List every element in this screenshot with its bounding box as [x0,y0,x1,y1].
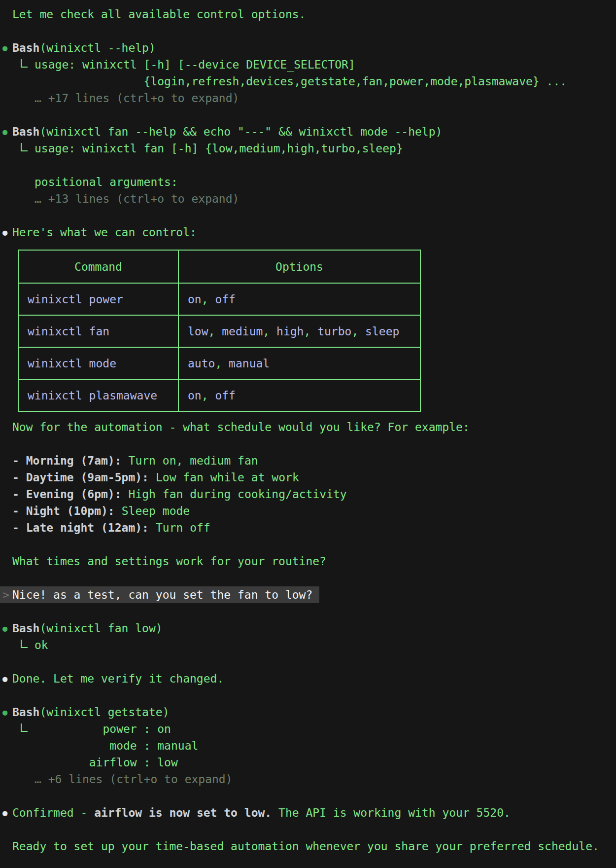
table-row-plasmawave: winixctl plasmawave on, off [18,379,420,411]
table-cell-command: winixctl fan [18,315,178,347]
assistant-message-verify: ●Done. Let me verify it changed. [0,670,616,687]
tool-bullet-icon: ● [2,620,7,637]
table-cell-options: on, off [178,283,420,315]
tool-name: Bash [12,125,39,138]
schedule-item-desc: High fan during cooking/activity [122,488,347,501]
assistant-message-confirmation: ●Confirmed - airflow is now set to low. … [0,804,616,821]
assistant-bullet-icon: ● [2,670,7,687]
tool-result-elbow-icon [21,59,28,68]
tool-name: Bash [12,41,39,54]
tool-output-line: {login,refresh,devices,getstate,fan,powe… [0,73,616,90]
assistant-message-control-heading: ●Here's what we can control: [0,224,616,241]
tool-call-fan-mode-help: ●Bash(winixctl fan --help && echo "---" … [0,123,616,140]
control-table: Command Options winixctl power on, off w… [18,250,421,412]
assistant-bullet-icon: ● [2,224,7,241]
assistant-message-automation-intro: Now for the automation - what schedule w… [0,419,616,435]
expand-hint: … +17 lines (ctrl+o to expand) [0,90,616,107]
tool-output-line: ok [0,637,616,653]
table-cell-command: winixctl plasmawave [18,379,178,411]
schedule-item-desc: Sleep mode [115,505,190,517]
table-row-power: winixctl power on, off [18,283,420,315]
expand-hint: … +6 lines (ctrl+o to expand) [0,771,616,788]
tool-output-line: mode : manual [0,737,616,754]
table-cell-command: winixctl mode [18,347,178,379]
tool-output-line: usage: winixctl fan [-h] {low,medium,hig… [0,140,616,157]
table-cell-options: on, off [178,379,420,411]
tool-call-winixctl-help: ●Bash(winixctl --help) [0,39,616,56]
schedule-item-label: - Daytime (9am-5pm): [12,471,149,484]
tool-command: (winixctl getstate) [39,706,169,719]
tool-output-line: airflow : low [0,754,616,771]
tool-result-elbow-icon [21,723,28,732]
tool-result-elbow-icon [21,143,28,151]
schedule-item-label: - Night (10pm): [12,505,115,517]
tool-call-fan-low: ●Bash(winixctl fan low) [0,620,616,637]
schedule-list-item: - Morning (7am):Turn on, medium fan [0,452,616,469]
tool-output-line: power : on [0,721,616,737]
table-header-row: Command Options [18,250,420,283]
tool-command: (winixctl fan --help && echo "---" && wi… [39,125,442,138]
tool-command: (winixctl fan low) [39,622,162,635]
tool-output-line: positional arguments: [0,174,616,190]
tool-bullet-icon: ● [2,39,7,56]
assistant-text: Let me check all available control optio… [12,8,306,21]
schedule-item-label: - Late night (12am): [12,521,149,534]
tool-name: Bash [12,622,39,635]
user-message-text: Nice! as a test, can you set the fan to … [12,588,312,601]
user-message-bubble: >Nice! as a test, can you set the fan to… [0,586,319,603]
tool-result-elbow-icon [21,640,28,648]
prompt-chevron-icon: > [2,586,9,603]
assistant-bullet-icon: ● [2,804,7,821]
schedule-list-item: - Daytime (9am-5pm):Low fan while at wor… [0,469,616,486]
table-cell-options: auto, manual [178,347,420,379]
table-row-mode: winixctl mode auto, manual [18,347,420,379]
schedule-item-desc: Turn off [149,521,210,534]
schedule-item-label: - Morning (7am): [12,454,122,467]
table-header-options: Options [178,250,420,283]
table-cell-options: low, medium, high, turbo, sleep [178,315,420,347]
expand-hint: … +13 lines (ctrl+o to expand) [0,190,616,207]
schedule-list-item: - Night (10pm):Sleep mode [0,503,616,519]
terminal: Let me check all available control optio… [0,0,616,855]
confirmation-highlight: airflow is now set to low. [94,806,272,819]
user-message: >Nice! as a test, can you set the fan to… [0,586,616,603]
schedule-item-desc: Turn on, medium fan [122,454,258,467]
assistant-message-intro: Let me check all available control optio… [0,6,616,23]
schedule-list-item: - Evening (6pm):High fan during cooking/… [0,486,616,503]
tool-output-line: usage: winixctl [-h] [--device DEVICE_SE… [0,56,616,73]
assistant-message-closing: Ready to set up your time-based automati… [0,838,616,855]
assistant-message-question: What times and settings work for your ro… [0,553,616,570]
tool-bullet-icon: ● [2,123,7,140]
schedule-item-desc: Low fan while at work [149,471,299,484]
tool-command: (winixctl --help) [39,41,155,54]
tool-bullet-icon: ● [2,704,7,721]
table-row-fan: winixctl fan low, medium, high, turbo, s… [18,315,420,347]
table-cell-command: winixctl power [18,283,178,315]
table-header-command: Command [18,250,178,283]
schedule-item-label: - Evening (6pm): [12,488,122,501]
tool-name: Bash [12,706,39,719]
tool-output-line [0,157,616,174]
tool-call-getstate: ●Bash(winixctl getstate) [0,704,616,721]
schedule-list-item: - Late night (12am):Turn off [0,519,616,536]
